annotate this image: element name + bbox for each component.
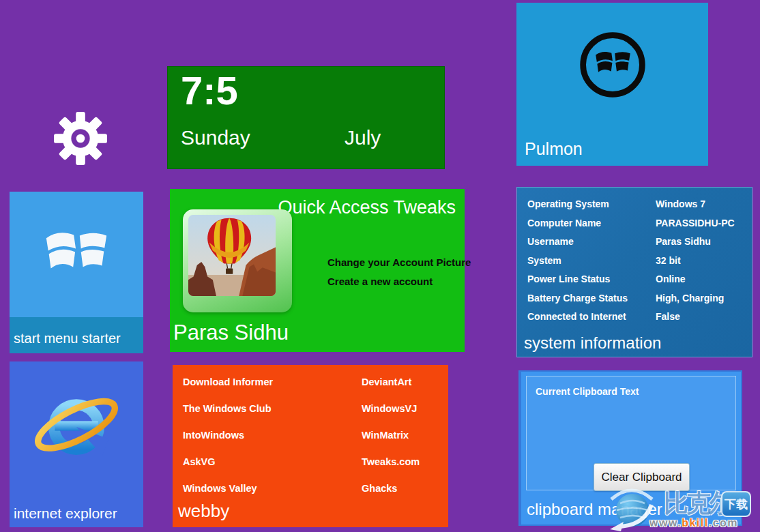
windows-flag-ring-icon (576, 29, 649, 101)
webby-link-deviantart[interactable]: DeviantArt (362, 369, 420, 396)
ie-logo-icon (28, 378, 125, 475)
internet-explorer-label: internet explorer (14, 505, 117, 522)
sysinfo-row: Power Line StatusOnline (527, 274, 746, 293)
system-information-rows: Operating SystemWindows 7 Computer NameP… (527, 198, 746, 330)
clock-day: Sunday (181, 126, 250, 149)
tile-system-information[interactable]: Operating SystemWindows 7 Computer NameP… (516, 187, 752, 357)
webby-link-windows-valley[interactable]: Windows Valley (183, 475, 273, 502)
tile-webby[interactable]: Download Informer The Windows Club IntoW… (173, 365, 448, 527)
clipboard-text-panel: Current Clipboard Text Clear Clipboard (526, 376, 736, 490)
sysinfo-value: PARASSIDHU-PC (656, 218, 735, 228)
start-menu-starter-label: start menu starter (14, 331, 121, 346)
webby-link-tweaks-com[interactable]: Tweaks.com (362, 449, 420, 475)
sysinfo-row: UsernameParas Sidhu (527, 236, 746, 255)
quick-access-tweaks-title: Quick Access Tweaks (278, 197, 456, 218)
system-information-label: system information (524, 334, 661, 353)
metro-start-screen: control panel 7:5 Sunday July Pulmon sta… (0, 0, 760, 532)
start-menu-starter-strip: start menu starter (10, 317, 143, 353)
sysinfo-row: System32 bit (527, 255, 746, 274)
watermark-download-badge: 下载 (721, 491, 751, 517)
sysinfo-value: Online (656, 274, 686, 284)
sysinfo-key: Battery Charge Status (527, 293, 656, 304)
clock-month: July (345, 126, 381, 149)
sysinfo-key: Connected to Internet (527, 311, 656, 322)
watermark-url-tld: .com (709, 517, 738, 529)
sysinfo-key: Power Line Status (527, 274, 656, 284)
tile-quick-access-tweaks[interactable]: Quick Access Tweaks C (170, 189, 465, 352)
pulmon-label: Pulmon (525, 139, 583, 159)
sysinfo-key: Username (527, 236, 656, 247)
webby-link-intowindows[interactable]: IntoWindows (183, 422, 273, 449)
windows-flag-icon (44, 224, 109, 276)
sysinfo-row: Battery Charge StatusHigh, Charging (527, 293, 746, 312)
tile-start-menu-starter[interactable]: start menu starter (10, 192, 143, 353)
account-user-name: Paras Sidhu (173, 321, 289, 345)
watermark-url-www: www. (649, 517, 682, 529)
sysinfo-value: 32 bit (656, 255, 681, 266)
create-new-account-link[interactable]: Create a new account (327, 276, 433, 287)
sysinfo-row: Operating SystemWindows 7 (527, 198, 746, 218)
sysinfo-key: System (527, 255, 656, 266)
webby-link-windowsvj[interactable]: WindowsVJ (362, 396, 420, 422)
sysinfo-value: Windows 7 (656, 198, 705, 209)
sysinfo-value: High, Charging (656, 293, 724, 304)
sysinfo-key: Computer Name (527, 218, 656, 228)
change-account-picture-link[interactable]: Change your Account Picture (327, 256, 471, 268)
clipboard-panel-title: Current Clipboard Text (536, 386, 639, 397)
watermark-url-name: bkill (682, 517, 709, 529)
webby-link-askvg[interactable]: AskVG (183, 449, 273, 475)
tile-clock[interactable]: 7:5 Sunday July (167, 66, 445, 169)
hot-air-balloon-photo (188, 215, 276, 296)
sysinfo-key: Operating System (527, 198, 656, 209)
sysinfo-value: False (656, 311, 680, 322)
gear-icon (54, 112, 107, 165)
webby-link-download-informer[interactable]: Download Informer (183, 369, 273, 396)
tile-control-panel[interactable]: control panel (0, 41, 157, 191)
webby-link-the-windows-club[interactable]: The Windows Club (183, 396, 273, 422)
sysinfo-value: Paras Sidhu (656, 236, 711, 247)
account-picture-frame (183, 209, 292, 312)
sysinfo-row: Computer NamePARASSIDHU-PC (527, 218, 746, 237)
sysinfo-row: Connected to InternetFalse (527, 311, 746, 330)
webby-links-column-1: Download Informer The Windows Club IntoW… (183, 369, 273, 502)
clock-time: 7:5 (181, 68, 238, 113)
bkill-watermark: 比克尔 下载 www.bkill.com (602, 479, 760, 532)
watermark-url: www.bkill.com (649, 517, 738, 529)
tile-pulmon[interactable]: Pulmon (516, 3, 708, 166)
webby-link-ghacks[interactable]: Ghacks (362, 475, 420, 502)
webby-links-column-2: DeviantArt WindowsVJ WinMatrix Tweaks.co… (362, 369, 420, 502)
webby-label: webby (178, 501, 229, 522)
tile-internet-explorer[interactable]: internet explorer (10, 361, 143, 527)
webby-link-winmatrix[interactable]: WinMatrix (362, 422, 420, 449)
